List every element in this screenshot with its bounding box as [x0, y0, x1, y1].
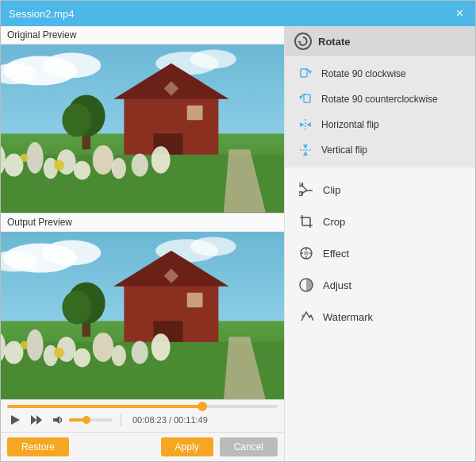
clip-icon: [298, 181, 315, 198]
volume-button[interactable]: [50, 414, 66, 426]
svg-point-50: [26, 329, 43, 360]
progress-thumb[interactable]: [198, 402, 207, 411]
fast-forward-button[interactable]: [28, 413, 45, 427]
crop-tool[interactable]: Crop: [285, 206, 475, 237]
svg-point-94: [301, 314, 305, 318]
apply-button[interactable]: Apply: [161, 437, 213, 456]
volume-track[interactable]: [69, 418, 113, 422]
svg-point-88: [304, 251, 309, 256]
rotate-header: Rotate: [285, 26, 475, 56]
tool-list: Clip Crop: [285, 167, 475, 461]
titlebar: Session2.mp4 ×: [1, 1, 475, 26]
svg-point-14: [62, 103, 91, 137]
svg-marker-76: [303, 151, 308, 156]
original-preview-label: Original Preview: [1, 26, 284, 44]
svg-marker-63: [31, 415, 36, 425]
clip-tool[interactable]: Clip: [285, 174, 475, 206]
rotate-section: Rotate Rotate 90 clockwise: [285, 26, 475, 167]
volume-thumb[interactable]: [83, 416, 90, 424]
crop-icon: [298, 213, 315, 230]
original-video-preview: [1, 44, 284, 213]
cancel-button[interactable]: Cancel: [220, 437, 278, 456]
rotate-ccw-option[interactable]: Rotate 90 counterclockwise: [285, 87, 475, 112]
svg-point-28: [132, 153, 148, 176]
svg-point-57: [21, 341, 29, 349]
rotate-ccw-label: Rotate 90 counterclockwise: [321, 94, 438, 105]
progress-fill: [7, 405, 202, 408]
svg-point-2: [42, 53, 101, 79]
volume-section: [50, 414, 113, 426]
svg-point-26: [21, 153, 29, 162]
svg-marker-75: [303, 144, 308, 149]
watermark-icon: [298, 308, 315, 325]
svg-point-19: [26, 142, 43, 174]
left-panel: Original Preview: [1, 26, 285, 461]
svg-marker-65: [53, 416, 60, 424]
flip-h-label: Horizontal flip: [321, 119, 379, 130]
watermark-tool[interactable]: Watermark: [285, 301, 475, 333]
flip-h-icon: [298, 117, 313, 132]
window-title: Session2.mp4: [9, 8, 74, 20]
output-video-preview: [1, 232, 284, 400]
svg-point-60: [152, 333, 171, 360]
watermark-label: Watermark: [323, 311, 373, 323]
svg-point-54: [93, 332, 113, 361]
effect-label: Effect: [323, 248, 349, 260]
rotate-cw-option[interactable]: Rotate 90 clockwise: [285, 61, 475, 87]
progress-track[interactable]: [7, 405, 278, 408]
crop-label: Crop: [323, 216, 345, 228]
content-area: Original Preview: [1, 26, 475, 461]
effect-tool[interactable]: Effect: [285, 237, 475, 269]
svg-marker-72: [300, 122, 305, 127]
rotate-ccw-icon: [298, 92, 313, 106]
original-preview-section: Original Preview: [1, 26, 284, 213]
svg-marker-64: [36, 415, 42, 425]
rotate-cw-icon: [298, 67, 313, 81]
flip-v-icon: [298, 143, 313, 157]
svg-marker-66: [298, 41, 301, 44]
restore-button[interactable]: Restore: [7, 437, 69, 456]
svg-point-45: [62, 291, 91, 324]
playback-row: 00:08:23 / 00:11:49: [7, 413, 278, 427]
progress-row: [7, 405, 278, 408]
flip-v-label: Vertical flip: [321, 144, 367, 156]
svg-marker-62: [11, 415, 20, 425]
output-preview-label: Output Preview: [1, 214, 284, 232]
controls-bar: 00:08:23 / 00:11:49: [1, 399, 284, 432]
svg-point-53: [74, 348, 90, 367]
svg-rect-68: [301, 69, 307, 77]
svg-point-55: [112, 345, 127, 365]
rotate-title: Rotate: [318, 36, 350, 48]
right-panel: Rotate Rotate 90 clockwise: [285, 26, 475, 461]
footer-buttons: Restore Apply Cancel: [1, 432, 284, 461]
adjust-label: Adjust: [323, 279, 351, 291]
svg-point-29: [152, 146, 171, 173]
adjust-icon: [298, 276, 315, 294]
svg-point-24: [112, 158, 127, 179]
rotate-options: Rotate 90 clockwise Rotate 90 counterclo…: [285, 56, 475, 167]
flip-h-option[interactable]: Horizontal flip: [285, 112, 475, 137]
svg-point-27: [54, 160, 64, 170]
flip-v-option[interactable]: Vertical flip: [285, 137, 475, 163]
clip-label: Clip: [323, 184, 340, 196]
play-button[interactable]: [7, 413, 23, 427]
rotate-header-icon: [294, 33, 312, 50]
svg-point-23: [93, 145, 113, 175]
svg-point-59: [132, 341, 148, 364]
svg-line-77: [301, 184, 307, 191]
adjust-tool[interactable]: Adjust: [285, 269, 475, 301]
svg-rect-86: [302, 218, 310, 225]
svg-rect-41: [187, 292, 203, 307]
svg-point-5: [190, 50, 236, 69]
svg-rect-70: [304, 94, 310, 102]
effect-icon: [298, 244, 315, 262]
close-button[interactable]: ×: [452, 6, 467, 21]
svg-point-22: [74, 161, 90, 180]
svg-marker-73: [306, 122, 311, 127]
output-preview-section: Output Preview: [1, 214, 284, 400]
main-window: Session2.mp4 × Original Preview: [0, 0, 476, 462]
separator: [121, 414, 121, 426]
rotate-cw-label: Rotate 90 clockwise: [321, 68, 406, 79]
svg-point-58: [54, 347, 64, 357]
svg-point-36: [190, 237, 236, 256]
